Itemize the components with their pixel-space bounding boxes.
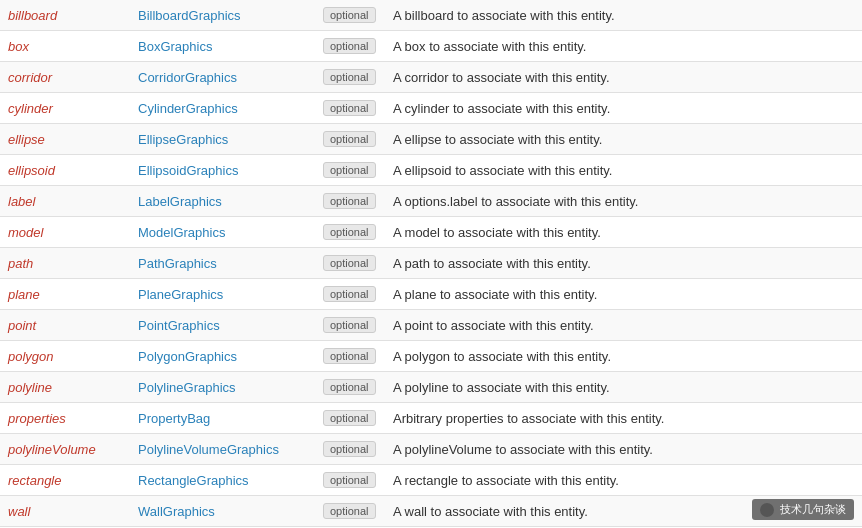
- param-name: polylineVolume: [0, 434, 130, 465]
- table-row: wallWallGraphicsoptionalA wall to associ…: [0, 496, 862, 527]
- param-name: billboard: [0, 0, 130, 31]
- param-type[interactable]: ModelGraphics: [130, 217, 315, 248]
- param-name: model: [0, 217, 130, 248]
- param-description: A options.label to associate with this e…: [385, 186, 862, 217]
- param-type[interactable]: RectangleGraphics: [130, 465, 315, 496]
- param-optional: optional: [315, 155, 385, 186]
- param-type[interactable]: LabelGraphics: [130, 186, 315, 217]
- param-description: A polygon to associate with this entity.: [385, 341, 862, 372]
- table-row: polygonPolygonGraphicsoptionalA polygon …: [0, 341, 862, 372]
- param-description: A billboard to associate with this entit…: [385, 0, 862, 31]
- param-name: ellipse: [0, 124, 130, 155]
- table-row: pointPointGraphicsoptionalA point to ass…: [0, 310, 862, 341]
- param-name: box: [0, 31, 130, 62]
- table-row: modelModelGraphicsoptionalA model to ass…: [0, 217, 862, 248]
- table-row: polylineVolumePolylineVolumeGraphicsopti…: [0, 434, 862, 465]
- param-optional: optional: [315, 465, 385, 496]
- param-description: A ellipsoid to associate with this entit…: [385, 155, 862, 186]
- param-type[interactable]: CorridorGraphics: [130, 62, 315, 93]
- param-optional: optional: [315, 93, 385, 124]
- param-optional: optional: [315, 341, 385, 372]
- param-name: corridor: [0, 62, 130, 93]
- param-name: wall: [0, 496, 130, 527]
- param-type[interactable]: PropertyBag: [130, 403, 315, 434]
- param-type[interactable]: BillboardGraphics: [130, 0, 315, 31]
- param-name: point: [0, 310, 130, 341]
- param-optional: optional: [315, 217, 385, 248]
- param-optional: optional: [315, 0, 385, 31]
- param-description: A wall to associate with this entity.: [385, 496, 862, 527]
- table-row: billboardBillboardGraphicsoptionalA bill…: [0, 0, 862, 31]
- param-type[interactable]: CylinderGraphics: [130, 93, 315, 124]
- param-type[interactable]: EllipsoidGraphics: [130, 155, 315, 186]
- param-optional: optional: [315, 496, 385, 527]
- param-optional: optional: [315, 248, 385, 279]
- param-optional: optional: [315, 124, 385, 155]
- param-description: A plane to associate with this entity.: [385, 279, 862, 310]
- table-row: ellipsoidEllipsoidGraphicsoptionalA elli…: [0, 155, 862, 186]
- param-name: label: [0, 186, 130, 217]
- table-row: cylinderCylinderGraphicsoptionalA cylind…: [0, 93, 862, 124]
- param-optional: optional: [315, 434, 385, 465]
- param-description: A point to associate with this entity.: [385, 310, 862, 341]
- param-name: properties: [0, 403, 130, 434]
- param-optional: optional: [315, 403, 385, 434]
- param-type[interactable]: PolylineVolumeGraphics: [130, 434, 315, 465]
- param-description: A rectangle to associate with this entit…: [385, 465, 862, 496]
- param-optional: optional: [315, 186, 385, 217]
- table-row: boxBoxGraphicsoptionalA box to associate…: [0, 31, 862, 62]
- param-name: cylinder: [0, 93, 130, 124]
- param-type[interactable]: PathGraphics: [130, 248, 315, 279]
- param-type[interactable]: WallGraphics: [130, 496, 315, 527]
- param-description: A ellipse to associate with this entity.: [385, 124, 862, 155]
- table-row: polylinePolylineGraphicsoptionalA polyli…: [0, 372, 862, 403]
- table-row: planePlaneGraphicsoptionalA plane to ass…: [0, 279, 862, 310]
- param-optional: optional: [315, 372, 385, 403]
- param-optional: optional: [315, 279, 385, 310]
- param-description: A corridor to associate with this entity…: [385, 62, 862, 93]
- param-type[interactable]: EllipseGraphics: [130, 124, 315, 155]
- param-optional: optional: [315, 62, 385, 93]
- param-optional: optional: [315, 310, 385, 341]
- param-type[interactable]: PolygonGraphics: [130, 341, 315, 372]
- param-name: rectangle: [0, 465, 130, 496]
- param-description: A polyline to associate with this entity…: [385, 372, 862, 403]
- param-type[interactable]: PointGraphics: [130, 310, 315, 341]
- table-row: rectangleRectangleGraphicsoptionalA rect…: [0, 465, 862, 496]
- table-row: labelLabelGraphicsoptionalA options.labe…: [0, 186, 862, 217]
- table-row: propertiesPropertyBagoptionalArbitrary p…: [0, 403, 862, 434]
- table-row: pathPathGraphicsoptionalA path to associ…: [0, 248, 862, 279]
- param-description: A model to associate with this entity.: [385, 217, 862, 248]
- param-description: A polylineVolume to associate with this …: [385, 434, 862, 465]
- table-row: corridorCorridorGraphicsoptionalA corrid…: [0, 62, 862, 93]
- param-type[interactable]: PolylineGraphics: [130, 372, 315, 403]
- param-description: A cylinder to associate with this entity…: [385, 93, 862, 124]
- param-name: polygon: [0, 341, 130, 372]
- api-table: billboardBillboardGraphicsoptionalA bill…: [0, 0, 862, 527]
- param-name: ellipsoid: [0, 155, 130, 186]
- param-type[interactable]: PlaneGraphics: [130, 279, 315, 310]
- param-optional: optional: [315, 31, 385, 62]
- param-name: path: [0, 248, 130, 279]
- param-name: polyline: [0, 372, 130, 403]
- table-row: ellipseEllipseGraphicsoptionalA ellipse …: [0, 124, 862, 155]
- param-name: plane: [0, 279, 130, 310]
- param-description: Arbitrary properties to associate with t…: [385, 403, 862, 434]
- param-description: A box to associate with this entity.: [385, 31, 862, 62]
- param-description: A path to associate with this entity.: [385, 248, 862, 279]
- param-type[interactable]: BoxGraphics: [130, 31, 315, 62]
